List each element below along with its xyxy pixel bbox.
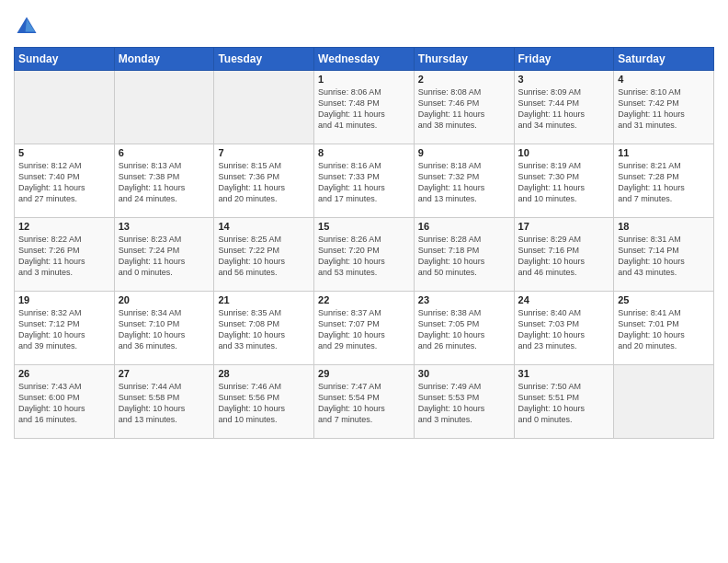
day-number: 13 bbox=[119, 221, 210, 232]
calendar-week-3: 12Sunrise: 8:22 AM Sunset: 7:26 PM Dayli… bbox=[15, 218, 714, 292]
day-info: Sunrise: 8:41 AM Sunset: 7:01 PM Dayligh… bbox=[618, 307, 710, 352]
day-number: 30 bbox=[418, 368, 510, 379]
day-info: Sunrise: 8:35 AM Sunset: 7:08 PM Dayligh… bbox=[218, 307, 310, 352]
header bbox=[14, 9, 714, 40]
day-number: 21 bbox=[218, 294, 310, 305]
calendar-cell: 31Sunrise: 7:50 AM Sunset: 5:51 PM Dayli… bbox=[514, 365, 614, 439]
day-info: Sunrise: 8:38 AM Sunset: 7:05 PM Dayligh… bbox=[418, 307, 510, 352]
day-info: Sunrise: 8:16 AM Sunset: 7:33 PM Dayligh… bbox=[318, 160, 410, 205]
day-number: 19 bbox=[18, 294, 110, 305]
weekday-header-thursday: Thursday bbox=[414, 48, 514, 71]
calendar-cell: 24Sunrise: 8:40 AM Sunset: 7:03 PM Dayli… bbox=[514, 292, 614, 365]
day-info: Sunrise: 8:26 AM Sunset: 7:20 PM Dayligh… bbox=[318, 234, 410, 279]
day-number: 2 bbox=[418, 74, 510, 85]
calendar-cell bbox=[15, 71, 115, 144]
calendar-cell: 11Sunrise: 8:21 AM Sunset: 7:28 PM Dayli… bbox=[614, 144, 714, 218]
day-info: Sunrise: 8:23 AM Sunset: 7:24 PM Dayligh… bbox=[119, 234, 210, 279]
weekday-header-row: SundayMondayTuesdayWednesdayThursdayFrid… bbox=[15, 48, 714, 71]
day-info: Sunrise: 8:12 AM Sunset: 7:40 PM Dayligh… bbox=[18, 160, 110, 205]
calendar-cell: 9Sunrise: 8:18 AM Sunset: 7:32 PM Daylig… bbox=[414, 144, 514, 218]
day-info: Sunrise: 8:37 AM Sunset: 7:07 PM Dayligh… bbox=[318, 307, 410, 352]
day-info: Sunrise: 8:10 AM Sunset: 7:42 PM Dayligh… bbox=[618, 86, 710, 132]
day-number: 20 bbox=[119, 294, 210, 305]
calendar-cell: 30Sunrise: 7:49 AM Sunset: 5:53 PM Dayli… bbox=[414, 365, 514, 439]
day-number: 29 bbox=[318, 368, 410, 379]
calendar-cell: 2Sunrise: 8:08 AM Sunset: 7:46 PM Daylig… bbox=[414, 71, 514, 144]
day-info: Sunrise: 7:47 AM Sunset: 5:54 PM Dayligh… bbox=[318, 381, 410, 426]
day-number: 23 bbox=[418, 294, 510, 305]
calendar-cell: 3Sunrise: 8:09 AM Sunset: 7:44 PM Daylig… bbox=[514, 71, 614, 144]
day-number: 1 bbox=[318, 74, 410, 85]
weekday-header-monday: Monday bbox=[114, 48, 214, 71]
day-number: 17 bbox=[518, 221, 610, 232]
day-number: 12 bbox=[18, 221, 110, 232]
calendar-cell: 22Sunrise: 8:37 AM Sunset: 7:07 PM Dayli… bbox=[314, 292, 415, 365]
day-number: 26 bbox=[18, 368, 110, 379]
day-info: Sunrise: 7:44 AM Sunset: 5:58 PM Dayligh… bbox=[119, 381, 210, 426]
calendar-cell: 12Sunrise: 8:22 AM Sunset: 7:26 PM Dayli… bbox=[15, 218, 115, 292]
day-info: Sunrise: 8:25 AM Sunset: 7:22 PM Dayligh… bbox=[218, 234, 310, 279]
day-info: Sunrise: 8:34 AM Sunset: 7:10 PM Dayligh… bbox=[119, 307, 210, 352]
logo bbox=[14, 14, 42, 40]
day-number: 22 bbox=[318, 294, 410, 305]
day-info: Sunrise: 8:13 AM Sunset: 7:38 PM Dayligh… bbox=[119, 160, 210, 205]
weekday-header-saturday: Saturday bbox=[614, 48, 714, 71]
day-number: 14 bbox=[218, 221, 310, 232]
calendar-cell: 10Sunrise: 8:19 AM Sunset: 7:30 PM Dayli… bbox=[514, 144, 614, 218]
weekday-header-friday: Friday bbox=[514, 48, 614, 71]
calendar-cell: 25Sunrise: 8:41 AM Sunset: 7:01 PM Dayli… bbox=[614, 292, 714, 365]
day-info: Sunrise: 8:40 AM Sunset: 7:03 PM Dayligh… bbox=[518, 307, 610, 352]
day-number: 24 bbox=[518, 294, 610, 305]
day-info: Sunrise: 8:08 AM Sunset: 7:46 PM Dayligh… bbox=[418, 86, 510, 132]
calendar-cell: 21Sunrise: 8:35 AM Sunset: 7:08 PM Dayli… bbox=[214, 292, 314, 365]
calendar-cell: 29Sunrise: 7:47 AM Sunset: 5:54 PM Dayli… bbox=[314, 365, 415, 439]
day-info: Sunrise: 8:29 AM Sunset: 7:16 PM Dayligh… bbox=[518, 234, 610, 279]
day-number: 18 bbox=[618, 221, 710, 232]
day-info: Sunrise: 7:46 AM Sunset: 5:56 PM Dayligh… bbox=[218, 381, 310, 426]
calendar-cell: 16Sunrise: 8:28 AM Sunset: 7:18 PM Dayli… bbox=[414, 218, 514, 292]
calendar-cell: 17Sunrise: 8:29 AM Sunset: 7:16 PM Dayli… bbox=[514, 218, 614, 292]
calendar-week-2: 5Sunrise: 8:12 AM Sunset: 7:40 PM Daylig… bbox=[15, 144, 714, 218]
day-number: 27 bbox=[119, 368, 210, 379]
weekday-header-sunday: Sunday bbox=[15, 48, 115, 71]
weekday-header-wednesday: Wednesday bbox=[314, 48, 415, 71]
page: SundayMondayTuesdayWednesdayThursdayFrid… bbox=[0, 0, 728, 563]
calendar-cell: 23Sunrise: 8:38 AM Sunset: 7:05 PM Dayli… bbox=[414, 292, 514, 365]
day-info: Sunrise: 8:15 AM Sunset: 7:36 PM Dayligh… bbox=[218, 160, 310, 205]
day-info: Sunrise: 8:18 AM Sunset: 7:32 PM Dayligh… bbox=[418, 160, 510, 205]
calendar-cell: 19Sunrise: 8:32 AM Sunset: 7:12 PM Dayli… bbox=[15, 292, 115, 365]
day-number: 25 bbox=[618, 294, 710, 305]
day-info: Sunrise: 8:32 AM Sunset: 7:12 PM Dayligh… bbox=[18, 307, 110, 352]
day-info: Sunrise: 8:21 AM Sunset: 7:28 PM Dayligh… bbox=[618, 160, 710, 205]
calendar-cell: 26Sunrise: 7:43 AM Sunset: 6:00 PM Dayli… bbox=[15, 365, 115, 439]
day-info: Sunrise: 7:50 AM Sunset: 5:51 PM Dayligh… bbox=[518, 381, 610, 426]
day-info: Sunrise: 7:49 AM Sunset: 5:53 PM Dayligh… bbox=[418, 381, 510, 426]
calendar-cell: 18Sunrise: 8:31 AM Sunset: 7:14 PM Dayli… bbox=[614, 218, 714, 292]
day-number: 16 bbox=[418, 221, 510, 232]
calendar-cell: 27Sunrise: 7:44 AM Sunset: 5:58 PM Dayli… bbox=[114, 365, 214, 439]
calendar-cell: 15Sunrise: 8:26 AM Sunset: 7:20 PM Dayli… bbox=[314, 218, 415, 292]
day-number: 6 bbox=[119, 147, 210, 158]
calendar-week-1: 1Sunrise: 8:06 AM Sunset: 7:48 PM Daylig… bbox=[15, 71, 714, 144]
day-number: 4 bbox=[618, 74, 710, 85]
weekday-header-tuesday: Tuesday bbox=[214, 48, 314, 71]
calendar-cell: 6Sunrise: 8:13 AM Sunset: 7:38 PM Daylig… bbox=[114, 144, 214, 218]
logo-icon bbox=[14, 14, 40, 40]
day-number: 28 bbox=[218, 368, 310, 379]
day-number: 9 bbox=[418, 147, 510, 158]
day-number: 11 bbox=[618, 147, 710, 158]
day-info: Sunrise: 8:22 AM Sunset: 7:26 PM Dayligh… bbox=[18, 234, 110, 279]
day-info: Sunrise: 7:43 AM Sunset: 6:00 PM Dayligh… bbox=[18, 381, 110, 426]
calendar-cell: 13Sunrise: 8:23 AM Sunset: 7:24 PM Dayli… bbox=[114, 218, 214, 292]
calendar-cell bbox=[214, 71, 314, 144]
day-number: 3 bbox=[518, 74, 610, 85]
day-info: Sunrise: 8:06 AM Sunset: 7:48 PM Dayligh… bbox=[318, 86, 410, 132]
calendar-cell bbox=[614, 365, 714, 439]
day-number: 15 bbox=[318, 221, 410, 232]
calendar-week-5: 26Sunrise: 7:43 AM Sunset: 6:00 PM Dayli… bbox=[15, 365, 714, 439]
calendar: SundayMondayTuesdayWednesdayThursdayFrid… bbox=[14, 47, 714, 439]
day-info: Sunrise: 8:28 AM Sunset: 7:18 PM Dayligh… bbox=[418, 234, 510, 279]
day-info: Sunrise: 8:31 AM Sunset: 7:14 PM Dayligh… bbox=[618, 234, 710, 279]
calendar-cell: 20Sunrise: 8:34 AM Sunset: 7:10 PM Dayli… bbox=[114, 292, 214, 365]
day-info: Sunrise: 8:09 AM Sunset: 7:44 PM Dayligh… bbox=[518, 86, 610, 132]
